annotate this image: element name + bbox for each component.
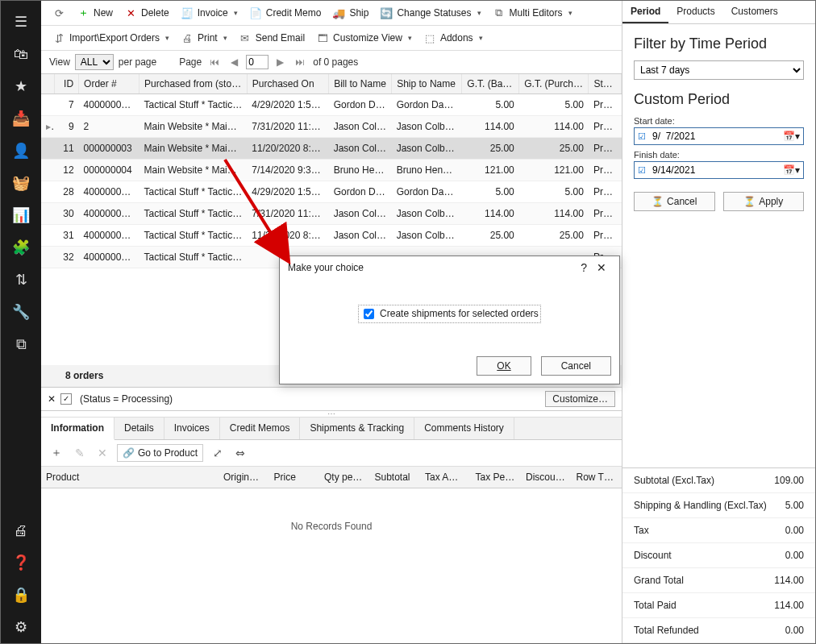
credit-memo-button[interactable]: 📄Credit Memo	[244, 4, 327, 22]
filter-clear-button[interactable]: ✕	[48, 393, 56, 405]
change-statuses-button[interactable]: 🔄Change Statuses▾	[375, 4, 485, 22]
tab-shipments-tracking[interactable]: Shipments & Tracking	[300, 418, 414, 439]
delete-button[interactable]: ✕Delete	[119, 4, 174, 22]
refresh-button[interactable]: ⟳	[48, 4, 70, 22]
col-order[interactable]: Order #	[79, 74, 139, 94]
star-icon[interactable]: ★	[1, 70, 41, 102]
of-pages-label: of 0 pages	[313, 56, 358, 68]
puzzle-icon[interactable]: 🧩	[1, 231, 41, 264]
modal-cancel-button[interactable]: Cancel	[541, 356, 611, 376]
filter-checkbox[interactable]: ✓	[60, 393, 72, 405]
tab-invoices[interactable]: Invoices	[164, 418, 220, 439]
lock-icon[interactable]: 🔒	[1, 579, 41, 611]
calendar-icon[interactable]: 📅▾	[783, 164, 800, 176]
modal-ok-button[interactable]: OK	[477, 356, 531, 376]
finish-date-input[interactable]: ☑📅▾	[634, 161, 804, 179]
col-bill[interactable]: Bill to Name	[329, 74, 392, 94]
copy-icon[interactable]: ⧉	[1, 328, 41, 360]
modal-help-button[interactable]: ?	[576, 261, 592, 274]
help-icon[interactable]: ❓	[1, 546, 41, 579]
send-email-button[interactable]: ✉Send Email	[234, 29, 310, 47]
basket-icon[interactable]: 🧺	[1, 167, 41, 199]
document-icon: 🧾	[181, 6, 194, 19]
rtab-products[interactable]: Products	[668, 1, 722, 23]
inbox-icon[interactable]: 📥	[1, 102, 41, 135]
calendar-icon[interactable]: 📅▾	[783, 131, 800, 142]
table-row[interactable]: 304000000015Tactical Stuff * Tactical…7/…	[41, 203, 622, 225]
col-row-t-[interactable]: Row T…	[572, 467, 622, 488]
col-qty-pe-[interactable]: Qty pe…	[319, 467, 370, 488]
person-icon[interactable]: 👤	[1, 135, 41, 167]
customize-button[interactable]: Customize…	[545, 391, 615, 407]
col-ship[interactable]: Ship to Name	[392, 74, 462, 94]
view-select[interactable]: ALL	[75, 54, 114, 70]
new-button[interactable]: ＋New	[72, 4, 118, 22]
addons-button[interactable]: ⬚Addons▾	[418, 29, 488, 47]
modal-close-button[interactable]: ✕	[592, 261, 611, 274]
col-store[interactable]: Purchased from (store)	[139, 74, 248, 94]
col-subtotal[interactable]: Subtotal	[370, 467, 421, 488]
col-product[interactable]: Product	[41, 467, 219, 488]
splitter[interactable]: ⋯	[41, 411, 622, 418]
col-id[interactable]: ID	[54, 74, 78, 94]
tab-details[interactable]: Details	[114, 418, 164, 439]
finish-date-field[interactable]	[651, 164, 778, 177]
sync-icon[interactable]: ⇅	[1, 264, 41, 296]
table-row[interactable]: 314000000016Tactical Stuff * Tactical…11…	[41, 225, 622, 247]
total-row: Total Refunded0.00	[622, 618, 815, 643]
expand-button[interactable]: ⤢	[210, 445, 226, 461]
tab-information[interactable]: Information	[41, 418, 114, 440]
col-price[interactable]: Price	[269, 467, 320, 488]
edit-row-button[interactable]: ✎	[72, 445, 88, 461]
rtab-period[interactable]: Period	[622, 1, 668, 23]
invoice-button[interactable]: 🧾Invoice▾	[176, 4, 243, 22]
page-input[interactable]	[246, 55, 269, 69]
add-row-button[interactable]: ＋	[48, 444, 65, 462]
start-date-input[interactable]: ☑📅▾	[634, 127, 804, 145]
import-export-button[interactable]: ⇵Import\Export Orders▾	[48, 29, 174, 47]
menu-icon[interactable]: ☰	[1, 6, 41, 38]
first-page-button[interactable]: ⏮	[206, 56, 223, 68]
split-button[interactable]: ⇔	[232, 445, 248, 461]
tab-credit-memos[interactable]: Credit Memos	[220, 418, 301, 439]
col-original-price[interactable]: Original Price	[219, 467, 269, 488]
invoice-label: Invoice	[198, 7, 228, 19]
modal-checkbox[interactable]	[364, 309, 374, 319]
chart-icon[interactable]: 📊	[1, 199, 41, 231]
next-page-button[interactable]: ▶	[273, 56, 287, 68]
start-date-field[interactable]	[651, 130, 778, 143]
gear-icon[interactable]: ⚙	[1, 611, 41, 643]
col-base[interactable]: G.T. (Base)	[462, 74, 519, 94]
col-tax-pe-[interactable]: Tax Pe…	[471, 467, 522, 488]
table-row[interactable]: ▸92Main Website * Main …7/31/2020 11:5…J…	[41, 116, 622, 138]
delete-row-button[interactable]: ✕	[94, 445, 110, 461]
print-button[interactable]: 🖨Print▾	[176, 29, 232, 47]
filter-apply-button[interactable]: ⏳Apply	[723, 192, 805, 211]
filter-cancel-button[interactable]: ⏳Cancel	[634, 192, 715, 211]
tab-comments-history[interactable]: Comments History	[414, 418, 514, 439]
check-icon: ☑	[638, 131, 646, 142]
table-row[interactable]: 11000000003Main Website * Main …11/20/20…	[41, 138, 622, 160]
table-row[interactable]: 284000000013Tactical Stuff * Tactical…4/…	[41, 181, 622, 203]
invoice-icon[interactable]: 🖨	[1, 514, 41, 546]
col-status[interactable]: St…	[589, 74, 622, 94]
table-row[interactable]: 12000000004Main Website * Main …7/14/202…	[41, 160, 622, 181]
col-discou-[interactable]: Discou…	[521, 467, 572, 488]
ship-button[interactable]: 🚚Ship	[327, 4, 373, 22]
col-tax-am-[interactable]: Tax Am…	[420, 467, 471, 488]
col-expand[interactable]	[41, 74, 54, 94]
col-on[interactable]: Purchased On	[247, 74, 328, 94]
multi-editors-button[interactable]: ⧉Multi Editors▾	[488, 4, 577, 22]
table-row[interactable]: 74000000006Tactical Stuff * Tactical…4/2…	[41, 94, 622, 116]
modal-option[interactable]: Create shipments for selected orders	[358, 305, 541, 323]
col-purch[interactable]: G.T. (Purchased)	[519, 74, 589, 94]
goto-product-button[interactable]: 🔗Go to Product	[117, 444, 203, 462]
rtab-customers[interactable]: Customers	[723, 1, 786, 23]
prev-page-button[interactable]: ◀	[227, 56, 241, 68]
last-page-button[interactable]: ⏭	[292, 56, 308, 68]
customize-view-button[interactable]: 🗔Customize View▾	[311, 29, 417, 47]
goto-label: Go to Product	[138, 447, 198, 459]
wrench-icon[interactable]: 🔧	[1, 296, 41, 328]
period-preset-select[interactable]: Last 7 days	[634, 60, 804, 80]
store-icon[interactable]: 🛍	[1, 38, 41, 70]
